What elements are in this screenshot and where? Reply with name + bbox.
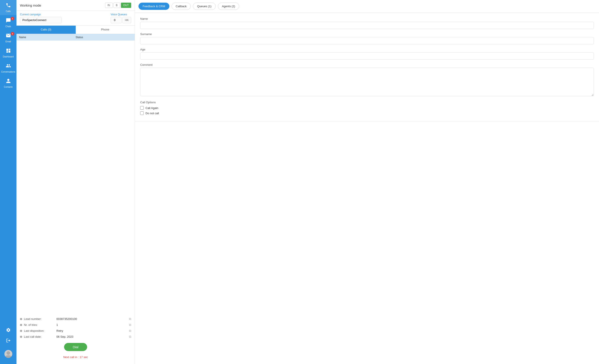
- sidebar-label-calls: Calls: [6, 10, 10, 12]
- info-dot: [20, 318, 22, 320]
- mode-in-button[interactable]: IN: [105, 3, 113, 8]
- working-mode-title: Working mode: [20, 3, 41, 7]
- sidebar-item-contacts[interactable]: Contacts: [0, 76, 17, 91]
- name-input[interactable]: [140, 22, 594, 29]
- age-input[interactable]: [140, 52, 594, 60]
- next-call-timer: Next call in : 17 sec: [20, 355, 131, 361]
- tab-agents[interactable]: Agents (2): [218, 3, 239, 10]
- voice-queues-section: Voice Queues HK: [111, 13, 131, 23]
- svg-point-1: [5, 355, 11, 358]
- last-disposition-label: Last disposition:: [24, 329, 55, 332]
- dial-btn-container: Dial: [20, 341, 131, 353]
- campaign-input[interactable]: [20, 17, 62, 23]
- info-row-last-call-date: Last call date: 06 Sep, 2023 ⧉: [20, 335, 131, 338]
- dial-button[interactable]: Dial: [64, 343, 87, 351]
- surname-label: Surname: [140, 33, 594, 36]
- sidebar-label-dashboard: Dashboard: [3, 55, 14, 58]
- last-call-date-label: Last call date:: [24, 335, 55, 338]
- call-again-label: Call Again: [145, 106, 159, 110]
- conversations-icon: [6, 63, 11, 70]
- sidebar-item-dashboard[interactable]: Dashboard: [0, 45, 17, 61]
- bottom-bar: [135, 121, 599, 132]
- settings-button[interactable]: [0, 325, 17, 336]
- svg-point-0: [7, 351, 10, 355]
- sidebar-label-contacts: Contacts: [4, 86, 12, 88]
- user-avatar: [4, 350, 12, 358]
- lead-number-label: Lead number:: [24, 317, 55, 321]
- nr-tries-value: 1: [56, 323, 127, 327]
- field-comment: Comment: [140, 63, 594, 96]
- col-status: Status: [76, 36, 132, 39]
- do-not-call-row: Do not call: [140, 111, 594, 115]
- mode-out-button[interactable]: OUT: [121, 3, 131, 8]
- info-dot: [20, 324, 22, 326]
- calls-phone-tabs: Calls (0) Phone: [17, 26, 135, 34]
- info-dot: [20, 330, 22, 332]
- info-row-last-disposition: Last disposition: Retry ⧉: [20, 329, 131, 333]
- copy-last-call-date-icon[interactable]: ⧉: [129, 335, 131, 338]
- call-options-label: Call Options: [140, 101, 594, 104]
- sidebar: Calls 1 Chats 5 Email Dashboard Conversa…: [0, 0, 17, 364]
- last-disposition-value: Retry: [56, 329, 127, 332]
- left-panel: Working mode IN B OUT Current campaign V…: [17, 0, 135, 364]
- right-panel: Feedback & CRM Callback Queues (1) Agent…: [135, 0, 599, 364]
- mode-b-button[interactable]: B: [114, 3, 120, 8]
- calls-icon: [6, 3, 11, 9]
- table-header: Name Status: [17, 34, 135, 41]
- do-not-call-label: Do not call: [145, 112, 159, 115]
- do-not-call-checkbox[interactable]: [140, 111, 144, 115]
- chats-badge: 1: [11, 17, 14, 20]
- voice-queues-number[interactable]: [111, 17, 122, 23]
- age-label: Age: [140, 48, 594, 51]
- voice-queue-row: HK: [111, 17, 131, 23]
- sidebar-label-chats: Chats: [5, 25, 11, 28]
- sidebar-item-email[interactable]: 5 Email: [0, 30, 17, 45]
- name-label: Name: [140, 17, 594, 20]
- call-again-checkbox[interactable]: [140, 106, 144, 110]
- sidebar-bottom: [0, 325, 17, 364]
- col-name: Name: [19, 36, 76, 39]
- tab-calls[interactable]: Calls (0): [17, 26, 76, 34]
- call-again-row: Call Again: [140, 106, 594, 110]
- info-row-nr-tries: Nr. of tries: 1 ⧉: [20, 323, 131, 327]
- dashboard-icon: [6, 48, 11, 55]
- sidebar-item-chats[interactable]: 1 Chats: [0, 15, 17, 30]
- top-tabs: Feedback & CRM Callback Queues (1) Agent…: [135, 0, 599, 13]
- page-layout: Working mode IN B OUT Current campaign V…: [17, 0, 599, 364]
- mode-buttons: IN B OUT: [105, 3, 131, 8]
- campaign-section: Current campaign Voice Queues HK: [17, 11, 135, 26]
- comment-textarea[interactable]: [140, 68, 594, 96]
- campaign-label: Current campaign: [20, 13, 108, 16]
- field-name: Name: [140, 17, 594, 29]
- tab-callback[interactable]: Callback: [172, 3, 191, 10]
- form-area: Name Surname Age Comment: [135, 13, 599, 101]
- sidebar-label-conversations: Conversations: [1, 71, 15, 73]
- sidebar-label-email: Email: [6, 40, 11, 43]
- logout-icon: [6, 338, 11, 343]
- copy-nr-tries-icon[interactable]: ⧉: [129, 323, 131, 327]
- nr-tries-label: Nr. of tries:: [24, 323, 55, 327]
- tab-queues[interactable]: Queues (1): [193, 3, 215, 10]
- logout-button[interactable]: [0, 336, 17, 346]
- avatar[interactable]: [0, 346, 17, 362]
- settings-icon: [6, 328, 11, 333]
- sidebar-item-calls[interactable]: Calls: [0, 0, 17, 15]
- lead-number-value: 0038735200100: [56, 317, 127, 321]
- info-dot: [20, 336, 22, 338]
- voice-queues-label: Voice Queues: [111, 13, 131, 16]
- email-badge: 5: [11, 32, 14, 35]
- current-campaign-field: Current campaign: [20, 13, 108, 23]
- sidebar-item-conversations[interactable]: Conversations: [0, 61, 17, 76]
- copy-lead-number-icon[interactable]: ⧉: [129, 317, 131, 321]
- copy-last-disposition-icon[interactable]: ⧉: [129, 329, 131, 333]
- field-surname: Surname: [140, 33, 594, 44]
- working-mode-header: Working mode IN B OUT: [17, 0, 135, 11]
- tab-phone[interactable]: Phone: [76, 26, 135, 34]
- tab-feedback-crm[interactable]: Feedback & CRM: [139, 3, 169, 10]
- surname-input[interactable]: [140, 37, 594, 44]
- chats-icon: [6, 18, 11, 24]
- comment-label: Comment: [140, 63, 594, 66]
- email-icon: [6, 33, 11, 39]
- info-row-lead-number: Lead number: 0038735200100 ⧉: [20, 317, 131, 321]
- campaign-fields: Current campaign Voice Queues HK: [20, 13, 131, 23]
